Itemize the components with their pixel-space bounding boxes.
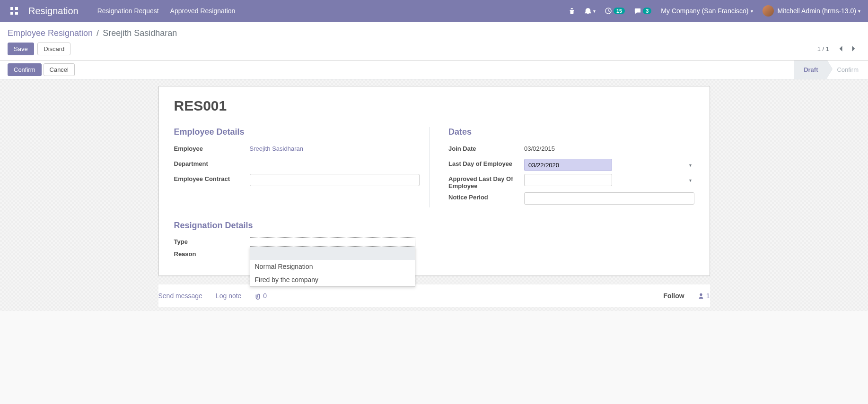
section-title-dates: Dates [448, 127, 694, 137]
breadcrumb-parent[interactable]: Employee Resignation [8, 28, 93, 38]
last-day-input[interactable] [524, 159, 612, 171]
resignation-details-section: Resignation Details Type Normal Resignat… [174, 221, 694, 258]
activities-icon[interactable]: 15 [605, 8, 625, 14]
record-name: RES001 [174, 98, 694, 114]
avatar [763, 5, 774, 17]
user-menu[interactable]: Mitchell Admin (hrms-13.0) ▾ [763, 5, 861, 17]
status-row: Confirm Cancel Draft Confirm [0, 60, 868, 79]
svg-rect-0 [10, 7, 13, 10]
form-sheet: RES001 Employee Details Employee Sreejit… [158, 86, 710, 276]
type-option-normal[interactable]: Normal Resignation [250, 260, 415, 273]
employee-contract-input[interactable] [250, 174, 420, 186]
employee-details-section: Employee Details Employee Sreejith Sasid… [174, 127, 430, 207]
user-name: Mitchell Admin (hrms-13.0) [778, 7, 857, 15]
notice-period-input[interactable] [524, 192, 694, 205]
breadcrumb-current: Sreejith Sasidharan [103, 28, 177, 38]
section-title-employee-details: Employee Details [174, 127, 420, 137]
followers-count[interactable]: 1 [698, 292, 710, 300]
cancel-button[interactable]: Cancel [44, 63, 75, 76]
svg-rect-2 [10, 12, 13, 15]
status-confirm[interactable]: Confirm [827, 60, 868, 79]
svg-rect-1 [15, 7, 18, 10]
dropdown-caret-icon: ▾ [689, 163, 692, 168]
section-title-resignation-details: Resignation Details [174, 221, 694, 231]
top-navbar: Resignation Resignation Request Approved… [0, 0, 868, 22]
company-name: My Company (San Francisco) [661, 7, 748, 15]
control-panel: Save Discard 1 / 1 [0, 38, 868, 60]
label-department: Department [174, 159, 250, 167]
label-type: Type [174, 237, 250, 245]
company-switcher[interactable]: My Company (San Francisco) ▾ [661, 7, 753, 15]
status-draft[interactable]: Draft [794, 60, 827, 79]
confirm-button[interactable]: Confirm [8, 63, 42, 76]
label-last-day: Last Day of Employee [448, 159, 524, 167]
label-reason: Reason [174, 249, 250, 258]
messages-badge: 3 [643, 8, 651, 14]
label-employee: Employee [174, 144, 250, 152]
pager-next[interactable] [847, 42, 860, 55]
value-join-date: 03/02/2015 [524, 144, 694, 152]
type-option-blank[interactable] [250, 247, 415, 260]
nav-resignation-request[interactable]: Resignation Request [97, 7, 159, 15]
apps-icon[interactable] [8, 4, 21, 17]
label-join-date: Join Date [448, 144, 524, 152]
nav-approved-resignation[interactable]: Approved Resignation [170, 7, 236, 15]
value-department [250, 159, 420, 160]
approved-last-day-input[interactable] [524, 174, 612, 186]
dates-section: Dates Join Date 03/02/2015 Last Day of E… [448, 127, 694, 207]
discard-button[interactable]: Discard [37, 43, 70, 55]
pager-prev[interactable] [834, 42, 847, 55]
debug-icon[interactable] [569, 8, 575, 14]
type-select[interactable] [250, 237, 415, 247]
pager: 1 / 1 [817, 42, 860, 55]
breadcrumb-separator: / [96, 28, 99, 38]
label-approved-last-day: Approved Last Day Of Employee [448, 174, 524, 189]
messages-icon[interactable]: 3 [634, 8, 651, 14]
breadcrumb: Employee Resignation / Sreejith Sasidhar… [8, 28, 860, 38]
chatter: Send message Log note 0 Follow 1 [158, 284, 710, 307]
attachments-link[interactable]: 0 [254, 292, 267, 300]
app-title: Resignation [28, 6, 79, 17]
type-dropdown: Normal Resignation Fired by the company [250, 247, 415, 287]
follow-button[interactable]: Follow [663, 292, 684, 300]
log-note-link[interactable]: Log note [216, 292, 242, 300]
statusbar: Draft Confirm [794, 60, 868, 79]
main-area: RES001 Employee Details Employee Sreejit… [0, 79, 868, 311]
send-message-link[interactable]: Send message [158, 292, 202, 300]
breadcrumb-bar: Employee Resignation / Sreejith Sasidhar… [0, 22, 868, 38]
dropdown-caret-icon: ▾ [689, 178, 692, 183]
type-option-fired[interactable]: Fired by the company [250, 273, 415, 286]
value-employee[interactable]: Sreejith Sasidharan [250, 145, 303, 152]
save-button[interactable]: Save [8, 43, 34, 55]
activities-badge: 15 [614, 8, 625, 14]
label-notice-period: Notice Period [448, 192, 524, 201]
label-employee-contract: Employee Contract [174, 174, 250, 182]
svg-rect-3 [15, 12, 18, 15]
attachments-count: 0 [263, 292, 267, 300]
page-text: 1 / 1 [817, 45, 829, 52]
notifications-icon[interactable]: ▾ [585, 8, 596, 14]
